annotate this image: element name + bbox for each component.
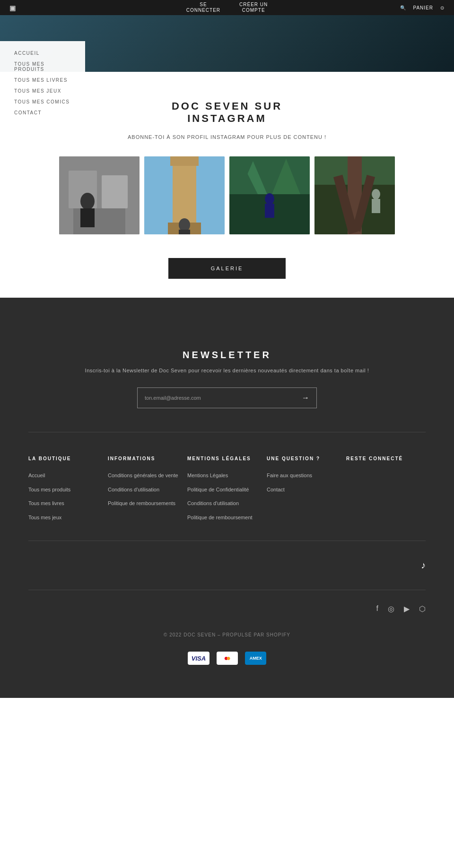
instagram-photo-4[interactable] [314, 156, 395, 234]
footer-link-contact[interactable]: Contact [267, 487, 285, 492]
footer-col-mentions-links: Mentions Légales Politique de Confidenti… [187, 471, 267, 522]
header-logo: ▣ [9, 3, 17, 13]
footer-link-cgu[interactable]: Conditions d'utilisation [108, 487, 159, 492]
footer-col-informations-heading: INFORMATIONS [108, 456, 187, 461]
sidebar-item-comics[interactable]: TOUS MES COMICS [14, 99, 71, 104]
header-create-link[interactable]: CRÉER UN COMPTE [239, 2, 268, 13]
footer-link-mentions[interactable]: Mentions Légales [187, 473, 228, 478]
footer-col-question-heading: UNE QUESTION ? [267, 456, 346, 461]
footer-col-boutique: LA BOUTIQUE Accueil Tous mes produits To… [28, 456, 108, 526]
main-content: ACCUEIL TOUS MES PRODUITS TOUS MES LIVRE… [0, 15, 454, 298]
youtube-icon[interactable]: ▶ [404, 604, 410, 613]
sidebar-nav: ACCUEIL TOUS MES PRODUITS TOUS MES LIVRE… [0, 41, 85, 130]
instagram-subtitle: ABONNE-TOI À SON PROFIL INSTAGRAM POUR P… [19, 134, 435, 140]
sidebar-item-jeux[interactable]: TOUS MES JEUX [14, 88, 71, 94]
svg-point-17 [265, 193, 274, 205]
svg-rect-8 [170, 156, 199, 166]
footer-link-jeux[interactable]: Tous mes jeux [28, 515, 61, 520]
svg-point-4 [80, 193, 95, 210]
sidebar-item-produits[interactable]: TOUS MES PRODUITS [14, 61, 71, 72]
svg-rect-25 [372, 199, 380, 213]
header-nav: SE CONNECTER CRÉER UN COMPTE [186, 2, 268, 13]
svg-rect-5 [80, 208, 95, 227]
mastercard-card: ●● [217, 652, 238, 665]
newsletter-title: NEWSLETTER [28, 350, 426, 361]
newsletter-description: Inscris-toi à la Newsletter de Doc Seven… [28, 368, 426, 373]
footer-link-confidentialite[interactable]: Politique de Confidentialité [187, 487, 249, 492]
footer-bottom-social: f ◎ ▶ ⬡ [28, 590, 426, 623]
footer-payment: VISA ●● AMEX [28, 645, 426, 674]
svg-rect-18 [265, 204, 274, 218]
facebook-icon[interactable]: f [376, 604, 378, 613]
footer-col-informations-links: Conditions générales de vente Conditions… [108, 471, 187, 508]
footer-link-produits[interactable]: Tous mes produits [28, 487, 70, 492]
instagram-photo-3[interactable] [229, 156, 310, 234]
header-right: 🔍 PANIER ⊙ [400, 5, 445, 10]
svg-rect-2 [102, 175, 128, 208]
footer-link-faq[interactable]: Faire aux questions [267, 473, 312, 478]
footer-col-mentions: MENTIONS LÉGALES Mentions Légales Politi… [187, 456, 267, 526]
footer-copyright: © 2022 DOC SEVEN – PROPULSÉ PAR SHOPIFY [28, 623, 426, 645]
newsletter-section: NEWSLETTER Inscris-toi à la Newsletter d… [28, 326, 426, 432]
sidebar-item-contact[interactable]: CONTACT [14, 110, 71, 115]
header-connect-link[interactable]: SE CONNECTER [186, 2, 220, 13]
footer-link-livres[interactable]: Tous mes livres [28, 500, 64, 506]
instagram-photo-1[interactable] [59, 156, 140, 234]
panier-label[interactable]: PANIER [413, 5, 434, 10]
newsletter-email-input[interactable] [138, 389, 295, 406]
amex-card: AMEX [245, 652, 266, 665]
footer-link-accueil[interactable]: Accueil [28, 473, 45, 478]
footer-columns: LA BOUTIQUE Accueil Tous mes produits To… [28, 432, 426, 541]
gallery-button[interactable]: GALERIE [168, 258, 286, 279]
svg-point-24 [372, 189, 380, 199]
copyright-text: © 2022 DOC SEVEN – PROPULSÉ PAR SHOPIFY [28, 632, 426, 637]
footer-link-remboursements[interactable]: Politique de remboursements [108, 500, 175, 506]
newsletter-form: → [137, 387, 317, 408]
footer-col-boutique-heading: LA BOUTIQUE [28, 456, 108, 461]
search-icon[interactable]: 🔍 [400, 5, 406, 10]
instagram-photos-grid [19, 156, 435, 234]
cart-icon[interactable]: ⊙ [440, 5, 445, 10]
instagram-icon[interactable]: ◎ [388, 604, 394, 613]
sidebar-item-livres[interactable]: TOUS MES LIVRES [14, 77, 71, 83]
footer-col-informations: INFORMATIONS Conditions générales de ven… [108, 456, 187, 526]
visa-card: VISA [188, 652, 210, 665]
footer-link-cgv[interactable]: Conditions générales de vente [108, 473, 178, 478]
header-bar: ▣ SE CONNECTER CRÉER UN COMPTE 🔍 PANIER … [0, 0, 454, 15]
svg-point-10 [179, 218, 190, 232]
footer-col-question-links: Faire aux questions Contact [267, 471, 346, 494]
footer-col-mentions-heading: MENTIONS LÉGALES [187, 456, 267, 461]
footer-col-boutique-links: Accueil Tous mes produits Tous mes livre… [28, 471, 108, 522]
tiktok-icon[interactable]: ♪ [421, 560, 426, 571]
twitch-icon[interactable]: ⬡ [419, 604, 426, 613]
footer-col-question: UNE QUESTION ? Faire aux questions Conta… [267, 456, 346, 526]
newsletter-submit-button[interactable]: → [295, 388, 316, 408]
footer-link-remboursement2[interactable]: Politique de remboursement [187, 515, 253, 520]
footer-col-connecte-heading: RESTE CONNECTÉ [346, 456, 426, 461]
footer-link-cgu2[interactable]: Conditions d'utilisation [187, 500, 239, 506]
sidebar-item-accueil[interactable]: ACCUEIL [14, 51, 71, 56]
svg-rect-11 [179, 230, 190, 234]
footer-social-mid: ♪ [28, 541, 426, 590]
instagram-photo-2[interactable] [144, 156, 225, 234]
footer-col-connecte: RESTE CONNECTÉ [346, 456, 426, 526]
footer: NEWSLETTER Inscris-toi à la Newsletter d… [0, 298, 454, 698]
